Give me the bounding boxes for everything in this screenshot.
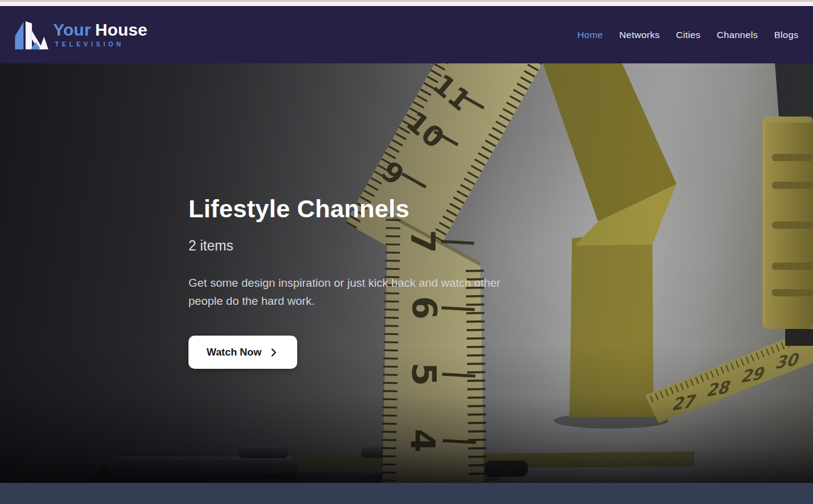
watch-now-label: Watch Now	[207, 346, 262, 359]
house-logo-icon	[14, 19, 48, 51]
logo-tagline: TELEVISION	[53, 42, 147, 48]
logo-word-your: Your	[53, 21, 91, 39]
hero-title: Lifestyle Channels	[188, 195, 551, 223]
footer-bar	[0, 483, 813, 504]
site-header: YourHouse TELEVISION Home Networks Citie…	[0, 6, 813, 63]
tape-right-wall	[535, 63, 676, 429]
nav-link-channels[interactable]: Channels	[717, 30, 758, 40]
top-accent-strip	[0, 0, 813, 6]
main-nav: Home Networks Cities Channels Blogs	[577, 30, 799, 40]
chevron-right-icon	[268, 347, 279, 358]
tape-number: 4	[403, 429, 443, 453]
nav-link-networks[interactable]: Networks	[619, 30, 660, 40]
hero-description: Get some design inspiration or just kick…	[188, 274, 536, 310]
hero-item-count: 2 items	[188, 238, 551, 254]
logo-word-house: House	[95, 21, 148, 39]
logo[interactable]: YourHouse TELEVISION	[14, 19, 147, 51]
tape-measure-case	[762, 63, 813, 346]
nav-link-home[interactable]: Home	[577, 30, 603, 40]
nav-link-cities[interactable]: Cities	[676, 30, 701, 40]
hero-section: 27 28 29 30 9 10 11	[0, 63, 813, 483]
watch-now-button[interactable]: Watch Now	[188, 336, 297, 369]
logo-text: YourHouse TELEVISION	[53, 22, 147, 48]
nav-link-blogs[interactable]: Blogs	[774, 30, 799, 40]
hero-content: Lifestyle Channels 2 items Get some desi…	[188, 195, 551, 369]
